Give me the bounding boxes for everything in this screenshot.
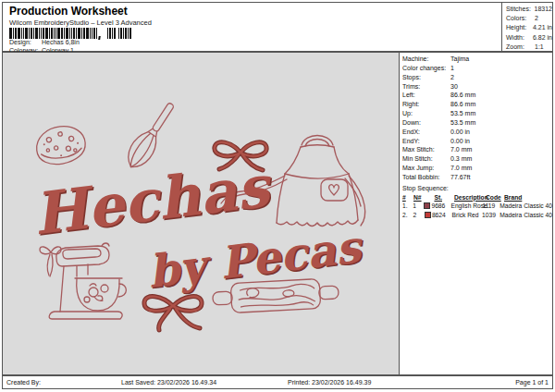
- stop-sequence-row: 2. 2 8624 Brick Red 1039 Madeira Classic…: [402, 211, 552, 219]
- stop-sequence-header: # N# St. Description Code Brand: [402, 193, 552, 202]
- machine-row: EndY:0.00 in: [402, 137, 552, 146]
- machine-row: Total Bobbin:77.67ft: [402, 173, 552, 182]
- machine-row: Stops:2: [402, 73, 552, 82]
- whisk-icon: [121, 98, 180, 173]
- machine-row: Color changes:1: [402, 64, 552, 73]
- machine-row: EndX:0.00 in: [402, 128, 552, 137]
- stat-height: Height:4.21 in: [506, 23, 552, 32]
- machine-row: Right:86.6 mm: [402, 100, 552, 109]
- stat-zoom: Zoom:1:1: [506, 43, 552, 52]
- machine-row: Min Stitch:0.3 mm: [402, 154, 552, 164]
- machine-row: Machine:Tajima: [402, 55, 552, 64]
- machine-row: Up:53.5 mm: [402, 109, 552, 118]
- thread-swatch: [425, 212, 431, 218]
- created-by-label: Created By:: [6, 379, 41, 386]
- machine-row: Max Stitch:7.0 mm: [402, 145, 552, 154]
- mixer-icon: [40, 243, 126, 319]
- svg-text:Hechas: Hechas: [30, 152, 277, 248]
- stat-colors: Colors:2: [506, 14, 552, 23]
- embroidery-design: Hechas Hechas by Pecas by Pecas: [3, 53, 399, 374]
- last-saved-label: Last Saved: 23/02/2026 16.49.34: [121, 379, 216, 386]
- design-preview-canvas: Hechas Hechas by Pecas by Pecas: [2, 52, 400, 375]
- stats-box: Stitches:18312 Colors:2 Height:4.21 in W…: [501, 2, 553, 52]
- stop-sequence-row: 1. 1 9686 English Rose 1119 Madeira Clas…: [402, 202, 552, 210]
- machine-row: Down:53.5 mm: [402, 118, 552, 128]
- page-title: Production Worksheet: [9, 5, 128, 18]
- cookie-icon: [33, 123, 88, 168]
- app-subtitle: Wilcom EmbroideryStudio – Level 3 Advanc…: [9, 18, 152, 27]
- thread-swatch: [424, 202, 430, 209]
- design-row: Design: Hechas 6,8in: [9, 39, 80, 45]
- stop-sequence-title: Stop Sequence:: [402, 184, 552, 193]
- machine-info-panel: Machine:Tajima Color changes:1 Stops:2 T…: [399, 52, 553, 375]
- machine-row: Left:86.6 mm: [402, 91, 552, 100]
- design-value: Hechas 6,8in: [42, 39, 80, 45]
- bow-icon-2: [144, 297, 202, 330]
- machine-row: Max Jump:7.0 mm: [402, 164, 552, 173]
- footer-bar: Created By: Last Saved: 23/02/2026 16.49…: [2, 375, 553, 389]
- stat-stitches: Stitches:18312: [506, 5, 552, 14]
- design-label: Design:: [9, 39, 40, 45]
- page-number-label: Page 1 of 1: [515, 379, 549, 386]
- stat-width: Width:6.82 in: [506, 33, 552, 43]
- machine-row: Trims:30: [402, 82, 552, 92]
- printed-label: Printed: 23/02/2026 16.49.39: [288, 379, 371, 386]
- header-box: Production Worksheet Wilcom EmbroiderySt…: [2, 2, 502, 52]
- production-worksheet-page: Production Worksheet Wilcom EmbroiderySt…: [0, 0, 555, 392]
